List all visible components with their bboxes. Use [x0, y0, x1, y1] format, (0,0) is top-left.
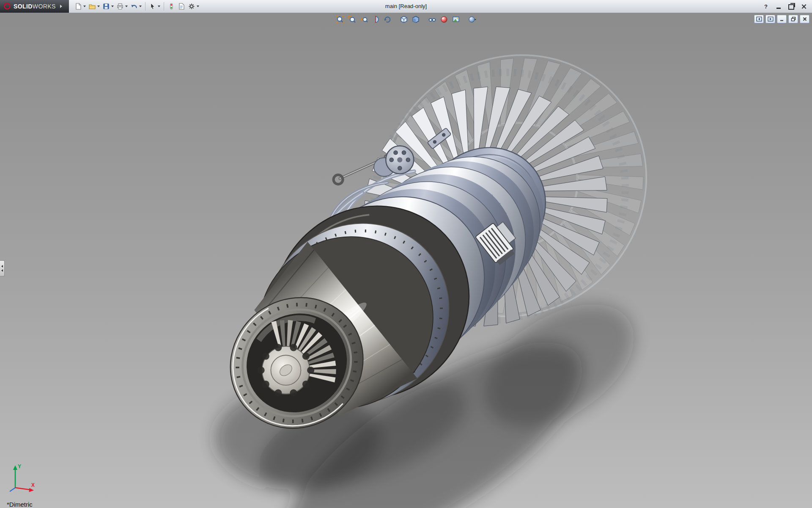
view-settings-icon [468, 15, 477, 24]
orientation-triad: X Y [5, 461, 41, 497]
options-dropdown-caret[interactable] [197, 6, 199, 7]
display-style-icon [411, 15, 420, 24]
view-settings-button[interactable] [467, 14, 477, 24]
select-button[interactable] [148, 2, 162, 11]
section-view-icon [371, 15, 380, 24]
collapse-arrow-icon [1, 265, 3, 268]
dock-right-icon [768, 17, 774, 22]
3d-viewport[interactable] [0, 13, 812, 508]
new-button[interactable] [73, 2, 87, 11]
minimize-document-icon [779, 17, 785, 22]
save-button[interactable] [101, 2, 115, 11]
open-folder-icon [88, 3, 96, 10]
new-document-icon [74, 3, 82, 10]
brand-menu-chevron-icon[interactable] [60, 5, 62, 8]
toolbar-separator [145, 2, 145, 11]
undo-arrow-icon [130, 3, 138, 10]
view-orientation-cube-icon [400, 15, 408, 24]
window-controls: ? [762, 0, 808, 13]
dock-right-button[interactable] [765, 15, 775, 23]
print-dropdown-caret[interactable] [125, 6, 128, 7]
file-properties-button[interactable] [176, 2, 187, 11]
standard-toolbar [73, 2, 200, 11]
print-icon [116, 3, 124, 10]
hide-show-glasses-icon [428, 15, 436, 24]
options-button[interactable] [187, 2, 200, 11]
edit-appearance-button[interactable] [439, 14, 449, 24]
restore-button[interactable] [787, 3, 795, 10]
select-cursor-icon [149, 3, 156, 10]
open-button[interactable] [87, 2, 101, 11]
zoom-to-area-button[interactable] [346, 14, 357, 24]
file-properties-icon [178, 3, 185, 10]
view-orientation-button[interactable] [398, 14, 409, 24]
graphics-area[interactable]: X Y *Dimetric [0, 13, 812, 508]
new-dropdown-caret[interactable] [83, 6, 86, 7]
restore-icon [788, 4, 794, 10]
collapse-arrow-icon [1, 269, 3, 272]
close-button[interactable] [800, 3, 808, 10]
minimize-document-button[interactable] [777, 15, 787, 23]
undo-dropdown-caret[interactable] [139, 6, 142, 7]
apply-scene-icon [452, 15, 460, 24]
dock-left-icon [756, 17, 762, 22]
undo-button[interactable] [129, 2, 143, 11]
print-button[interactable] [115, 2, 129, 11]
app-brand: SOLIDWORKS [0, 0, 69, 13]
document-window-controls [754, 15, 809, 23]
zoom-to-area-icon [348, 15, 356, 24]
rotate-view-icon [383, 15, 392, 24]
display-style-button[interactable] [410, 14, 421, 24]
x-axis-arrow [29, 488, 34, 492]
rebuild-traffic-light-icon [167, 3, 175, 10]
options-gear-icon [188, 3, 195, 10]
close-document-button[interactable] [800, 15, 809, 23]
solidworks-logo-icon [3, 3, 11, 10]
z-axis [10, 488, 15, 491]
zoom-to-fit-icon [336, 15, 344, 24]
open-dropdown-caret[interactable] [97, 6, 100, 7]
view-orientation-label: *Dimetric [7, 501, 33, 508]
toolbar-separator [164, 2, 164, 11]
minimize-icon [776, 8, 781, 9]
minimize-button[interactable] [775, 3, 782, 10]
save-dropdown-caret[interactable] [111, 6, 114, 7]
panel-collapse-handle[interactable] [0, 260, 5, 276]
rotate-view-button[interactable] [382, 14, 392, 24]
edit-appearance-ball-icon [440, 15, 448, 24]
close-icon [801, 4, 807, 9]
restore-document-icon [791, 17, 796, 22]
hide-show-items-button[interactable] [427, 14, 437, 24]
y-axis-label: Y [18, 464, 21, 469]
zoom-to-fit-button[interactable] [335, 14, 345, 24]
titlebar: SOLIDWORKS [0, 0, 812, 13]
close-document-icon [802, 17, 807, 22]
select-dropdown-caret[interactable] [158, 6, 160, 7]
apply-scene-button[interactable] [450, 14, 461, 24]
heads-up-view-toolbar [335, 14, 477, 24]
section-view-button[interactable] [370, 14, 381, 24]
x-axis-label: X [31, 482, 35, 488]
brand-text-bold: SOLID [14, 3, 33, 10]
restore-document-button[interactable] [788, 15, 798, 23]
y-axis-arrow [13, 465, 17, 470]
dock-left-button[interactable] [754, 15, 764, 23]
save-floppy-icon [102, 3, 110, 10]
brand-text-light: WORKS [33, 3, 56, 10]
help-button[interactable]: ? [762, 3, 770, 10]
rebuild-button[interactable] [166, 2, 176, 11]
document-title: main [Read-only] [385, 0, 427, 13]
previous-view-button[interactable] [358, 14, 369, 24]
previous-view-icon [359, 15, 368, 24]
